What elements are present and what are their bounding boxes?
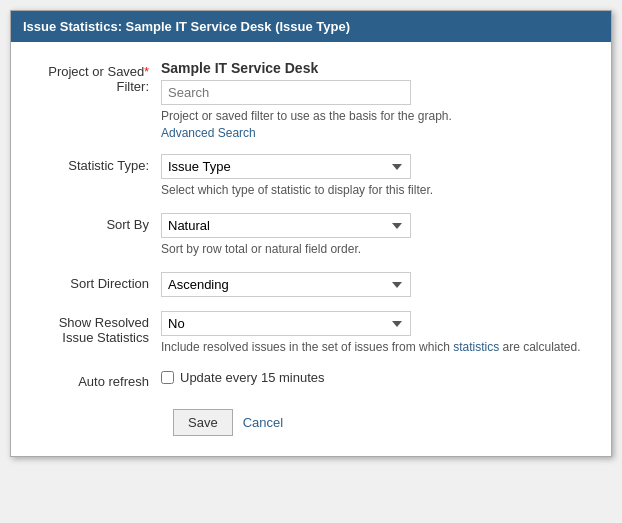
cancel-button[interactable]: Cancel [243,415,283,430]
show-resolved-hint: Include resolved issues in the set of is… [161,340,591,354]
sort-direction-select[interactable]: Ascending Descending [161,272,411,297]
show-resolved-content: No Yes Include resolved issues in the se… [161,311,591,356]
save-button[interactable]: Save [173,409,233,436]
statistic-type-select[interactable]: Issue Type Assignee Component Fix Versio… [161,154,411,179]
button-row: Save Cancel [31,409,591,436]
project-label: Project or Saved* Filter: [31,60,161,94]
statistic-type-label: Statistic Type: [31,154,161,173]
project-hint: Project or saved filter to use as the ba… [161,109,591,123]
project-filter-row: Project or Saved* Filter: Sample IT Serv… [31,60,591,140]
issue-statistics-dialog: Issue Statistics: Sample IT Service Desk… [10,10,612,457]
statistic-hint: Select which type of statistic to displa… [161,183,591,197]
required-star: * [144,65,149,79]
auto-refresh-label: Auto refresh [31,370,161,389]
sort-by-label: Sort By [31,213,161,232]
statistic-type-row: Statistic Type: Issue Type Assignee Comp… [31,154,591,199]
statistics-link[interactable]: statistics [453,340,499,354]
project-content: Sample IT Service Desk Project or saved … [161,60,591,140]
dialog-body: Project or Saved* Filter: Sample IT Serv… [11,42,611,456]
sort-by-content: Natural Total Row Total Sort by row tota… [161,213,591,258]
sort-by-select[interactable]: Natural Total Row Total [161,213,411,238]
auto-refresh-content: Update every 15 minutes [161,370,591,385]
auto-refresh-row: Auto refresh Update every 15 minutes [31,370,591,389]
sort-by-hint: Sort by row total or natural field order… [161,242,591,256]
show-resolved-row: Show Resolved Issue Statistics No Yes In… [31,311,591,356]
show-resolved-label: Show Resolved Issue Statistics [31,311,161,345]
project-name: Sample IT Service Desk [161,60,591,76]
advanced-search-link[interactable]: Advanced Search [161,126,256,140]
search-input[interactable] [161,80,411,105]
auto-refresh-checkbox-label: Update every 15 minutes [180,370,325,385]
auto-refresh-checkbox[interactable] [161,371,174,384]
statistic-type-content: Issue Type Assignee Component Fix Versio… [161,154,591,199]
sort-direction-row: Sort Direction Ascending Descending [31,272,591,297]
auto-refresh-checkbox-row: Update every 15 minutes [161,370,591,385]
sort-direction-content: Ascending Descending [161,272,591,297]
dialog-title: Issue Statistics: Sample IT Service Desk… [11,11,611,42]
show-resolved-select[interactable]: No Yes [161,311,411,336]
sort-direction-label: Sort Direction [31,272,161,291]
sort-by-row: Sort By Natural Total Row Total Sort by … [31,213,591,258]
